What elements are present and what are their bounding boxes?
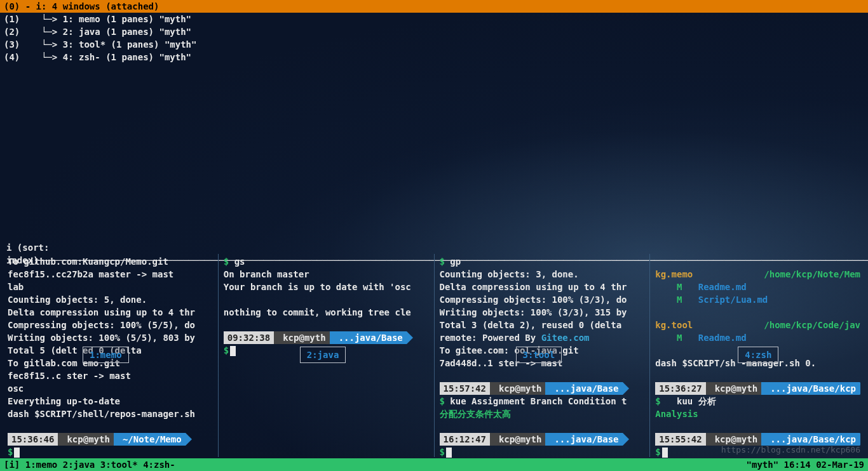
status-left: [i] 1:memo 2:java 3:tool* 4:zsh-	[4, 458, 175, 471]
prompt: 15:36:27kcp@myth...java/Base/kcp	[655, 382, 860, 395]
cursor-icon	[446, 448, 452, 458]
cursor-icon	[662, 448, 668, 458]
pane-3-tool[interactable]: $ gp Counting objects: 3, done. Delta co…	[434, 254, 650, 457]
cursor-icon	[14, 448, 20, 458]
tmux-session-list: (1) └─> 1: memo (1 panes) "myth" (2) └─>…	[0, 13, 868, 63]
pane-label: 4:zsh	[738, 347, 778, 363]
pane-1-memo[interactable]: To github.com:Kuangcp/Memo.git fec8f15..…	[3, 254, 218, 457]
pane-4-zsh[interactable]: kg.memo/home/kcp/Note/Mem M Readme.md M …	[649, 254, 865, 457]
pane-previews: To github.com:Kuangcp/Memo.git fec8f15..…	[0, 254, 868, 457]
titlebar: (0) - i: 4 windows (attached)	[0, 0, 868, 13]
prompt: 15:55:42kcp@myth...java/Base/kcp	[655, 433, 860, 446]
pane-label: 1:memo	[83, 347, 129, 363]
watermark: https://blog.csdn.net/kcp606	[721, 445, 860, 454]
session-row[interactable]: (3) └─> 3: tool* (1 panes) "myth"	[4, 38, 864, 51]
prompt: 09:32:38kcp@myth...java/Base	[224, 331, 429, 344]
pane-label: 2:java	[300, 347, 346, 363]
pane-2-java[interactable]: $ $ gsgs On branch master Your branch is…	[218, 254, 434, 457]
prompt: 15:36:46kcp@myth~/Note/Memo	[8, 433, 213, 446]
session-row[interactable]: (1) └─> 1: memo (1 panes) "myth"	[4, 13, 864, 25]
status-right: "myth" 16:14 02-Mar-19	[747, 458, 864, 471]
session-row[interactable]: (4) └─> 4: zsh- (1 panes) "myth"	[4, 51, 864, 63]
cursor-icon	[230, 346, 236, 356]
tmux-statusbar: [i] 1:memo 2:java 3:tool* 4:zsh- "myth" …	[0, 458, 868, 471]
prompt: 15:57:42kcp@myth...java/Base	[440, 382, 645, 395]
sort-indicator: i (sort: index)─────────────────────────…	[0, 241, 868, 254]
pane-label: 3:tool	[516, 347, 562, 363]
session-row[interactable]: (2) └─> 2: java (1 panes) "myth"	[4, 25, 864, 38]
prompt: 16:12:47kcp@myth...java/Base	[440, 433, 645, 446]
